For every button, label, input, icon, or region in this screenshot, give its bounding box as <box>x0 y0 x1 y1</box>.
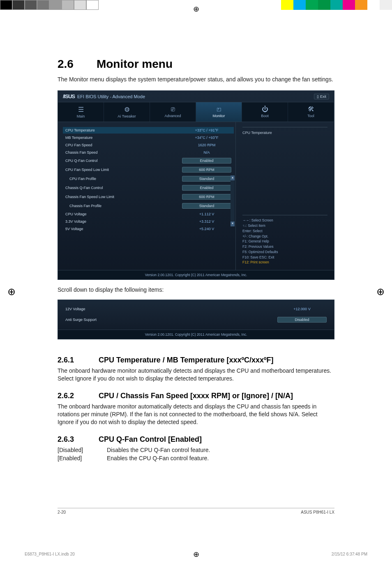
tab-label: Ai Tweaker <box>118 114 136 118</box>
subsection-number: 2.6.2 <box>58 392 99 400</box>
registration-mark-icon: ⊕ <box>7 286 16 298</box>
section-heading: 2.6 Monitor menu <box>58 58 334 71</box>
body-text: The onboard hardware monitor automatical… <box>58 403 334 426</box>
help-key-line: →←: Select Screen <box>242 218 327 223</box>
option-description: Disables the CPU Q-Fan control feature. <box>107 446 210 454</box>
bios-footer: Version 2.00.1201. Copyright (C) 2011 Am… <box>58 330 334 339</box>
setting-row[interactable]: CPU Fan Speed1620 RPM <box>63 142 234 148</box>
setting-row[interactable]: 5V Voltage+5.240 V <box>63 226 234 232</box>
help-key-line: F2: Previous Values <box>242 244 327 249</box>
tab-label: Boot <box>261 114 269 118</box>
help-key-line: F10: Save ESC: Exit <box>242 255 327 260</box>
tab-monitor[interactable]: ⏍Monitor <box>196 102 242 122</box>
tab-label: Tool <box>307 114 314 118</box>
setting-row[interactable]: CPU Temperature+33°C / +91°F <box>63 127 234 134</box>
tab-tool[interactable]: 🛠Tool <box>288 102 334 122</box>
setting-row[interactable]: CPU Fan ProfileStandard <box>63 175 234 183</box>
subsection-number: 2.6.1 <box>58 356 99 364</box>
bios-screenshot-scrolled: 12V Voltage+12.000 VAnti Surge SupportDi… <box>58 300 334 339</box>
subsection-number: 2.6.3 <box>58 435 99 444</box>
exit-icon: ▯ <box>317 95 320 99</box>
tab-main[interactable]: ☰Main <box>58 102 104 122</box>
setting-label: Chassis Fan Profile <box>65 204 182 208</box>
scroll-track[interactable] <box>231 180 235 221</box>
page-number: 2-20 <box>58 510 66 514</box>
bios-title: EFI BIOS Utility - Advanced Mode <box>77 94 145 99</box>
setting-label: 5V Voltage <box>65 227 182 231</box>
tab-icon: ⏻ <box>242 106 288 113</box>
setting-value: +5.240 V <box>182 227 231 231</box>
setting-select[interactable]: 600 RPM <box>182 167 231 173</box>
setting-row[interactable]: CPU Q-Fan ControlEnabled <box>63 157 234 165</box>
setting-select[interactable]: Enabled <box>182 158 231 164</box>
help-key-line: F1: General Help <box>242 239 327 244</box>
tab-advanced[interactable]: ⎚Advanced <box>150 102 196 122</box>
setting-label: CPU Q-Fan Control <box>65 159 182 163</box>
page-footer: 2-20 ASUS P8H61-I LX <box>58 508 334 514</box>
scroll-instruction: Scroll down to display the following ite… <box>58 286 334 293</box>
help-key-highlight: F12: Print screen <box>242 260 327 265</box>
subsection-title: CPU Temperature / MB Temperature [xxxºC/… <box>99 356 274 364</box>
help-key-line: F5: Optimized Defaults <box>242 249 327 255</box>
setting-row[interactable]: 12V Voltage+12.000 V <box>63 306 329 312</box>
setting-select[interactable]: 600 RPM <box>182 194 231 200</box>
setting-value: 1620 RPM <box>182 143 231 147</box>
setting-label: CPU Fan Speed Low Limit <box>65 168 182 172</box>
tab-label: Monitor <box>212 114 225 118</box>
exit-label: Exit <box>320 95 326 99</box>
bios-screenshot-main: /ISUS EFI BIOS Utility - Advanced Mode ▯… <box>58 90 334 280</box>
registration-mark-icon: ⊕ <box>193 5 199 14</box>
setting-label: Chassis Fan Speed <box>65 150 182 155</box>
setting-label: CPU Temperature <box>65 128 182 132</box>
setting-row[interactable]: MB Temperature+34°C / +93°F <box>63 134 234 141</box>
setting-select[interactable]: Enabled <box>182 185 231 191</box>
setting-row[interactable]: CPU Fan Speed Low Limit600 RPM <box>63 166 234 174</box>
option-description: Enables the CPU Q-Fan control feature. <box>107 454 209 462</box>
setting-label: Chassis Fan Speed Low Limit <box>65 195 182 199</box>
tab-boot[interactable]: ⏻Boot <box>242 102 288 122</box>
tab-label: Main <box>77 114 85 118</box>
product-model: ASUS P8H61-I LX <box>301 510 334 514</box>
setting-select[interactable]: Standard <box>182 203 231 209</box>
setting-value: +34°C / +93°F <box>182 136 231 140</box>
exit-button[interactable]: ▯ Exit <box>314 94 329 99</box>
print-timestamp: 2/15/12 6:37:48 PM <box>332 552 367 556</box>
subsection-title: CPU Q-Fan Control [Enabled] <box>99 435 202 443</box>
print-filename: E6873_P8H61-I LX.indb 20 <box>25 552 75 556</box>
section-intro: The Monitor menu displays the system tem… <box>58 76 334 83</box>
subsection-heading: 2.6.1CPU Temperature / MB Temperature [x… <box>58 356 334 364</box>
setting-value: +3.312 V <box>182 219 231 224</box>
tab-icon: ⎚ <box>150 106 196 113</box>
bios-settings-list: CPU Temperature+33°C / +91°FMB Temperatu… <box>58 122 235 270</box>
setting-label: Anti Surge Support <box>65 318 277 322</box>
setting-row[interactable]: 3.3V Voltage+3.312 V <box>63 218 234 225</box>
setting-row[interactable]: Chassis Fan SpeedN/A <box>63 149 234 156</box>
setting-label: MB Temperature <box>65 136 182 140</box>
subsection-heading: 2.6.2CPU / Chassis Fan Speed [xxxx RPM] … <box>58 392 334 400</box>
setting-row[interactable]: Chassis Fan Speed Low Limit600 RPM <box>63 193 234 201</box>
setting-value: +33°C / +91°F <box>182 128 231 132</box>
setting-label: CPU Fan Speed <box>65 143 182 147</box>
setting-row[interactable]: Chassis Q-Fan ControlEnabled <box>63 184 234 192</box>
scroll-down-icon[interactable]: ▾ <box>231 221 235 226</box>
tab-icon: ☰ <box>58 106 104 113</box>
setting-value: +12.000 V <box>277 307 327 311</box>
option-key: [Disabled] <box>58 446 107 454</box>
setting-value: N/A <box>182 150 231 155</box>
setting-label: CPU Fan Profile <box>65 177 182 181</box>
option-row: [Disabled]Disables the CPU Q-Fan control… <box>58 446 334 454</box>
scrollbar[interactable]: ▴ ▾ <box>231 175 235 265</box>
setting-select[interactable]: Disabled <box>277 317 327 323</box>
setting-value: +1.112 V <box>182 212 231 216</box>
setting-row[interactable]: Chassis Fan ProfileStandard <box>63 202 234 210</box>
tab-label: Advanced <box>164 114 181 118</box>
help-key-line: +/-: Change Opt. <box>242 234 327 239</box>
bios-help-panel: CPU Temperature →←: Select Screen↑↓: Sel… <box>235 122 334 270</box>
setting-select[interactable]: Standard <box>182 176 231 182</box>
help-keys: →←: Select Screen↑↓: Select ItemEnter: S… <box>242 215 327 265</box>
bios-footer: Version 2.00.1201. Copyright (C) 2011 Am… <box>58 270 334 279</box>
setting-row[interactable]: Anti Surge SupportDisabled <box>63 316 329 324</box>
scroll-up-icon[interactable]: ▴ <box>231 175 235 180</box>
setting-row[interactable]: CPU Voltage+1.112 V <box>63 211 234 217</box>
tab-ai-tweaker[interactable]: ⚙Ai Tweaker <box>104 102 150 122</box>
